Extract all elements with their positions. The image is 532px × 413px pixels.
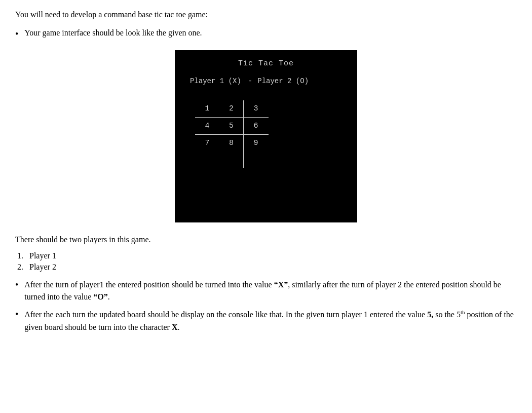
bullets-list: After the turn of player1 the entered po…	[15, 279, 517, 333]
cell-1: 1	[195, 100, 219, 117]
board-row-1: 1 2 3	[195, 100, 342, 117]
bullet-board-display: After the each turn the updated board sh…	[15, 308, 517, 333]
game-screenshot: Tic Tac Toe Player 1 (X) - Player 2 (O) …	[175, 50, 357, 222]
players-row: Player 1 (X) - Player 2 (O)	[190, 77, 342, 85]
player1-item: Player 1	[15, 251, 517, 260]
cell-bottom-mid	[219, 152, 244, 168]
interface-bullet-text: Your game interface should be look like …	[24, 28, 517, 37]
cell-3: 3	[244, 100, 268, 117]
board-row-2: 4 5 6	[195, 118, 342, 134]
player1-label: Player 1 (X)	[190, 77, 241, 85]
cell-bottom-right	[244, 152, 268, 168]
cell-bottom-left	[195, 152, 219, 168]
cell-2: 2	[219, 100, 244, 117]
cell-4: 4	[195, 118, 219, 134]
value-5: 5,	[427, 311, 433, 319]
th-superscript: th	[461, 309, 465, 315]
intro-paragraph: You will need to develop a command base …	[15, 10, 517, 19]
game-title: Tic Tac Toe	[190, 59, 342, 68]
board-container: 1 2 3 4 5 6 7 8 9	[195, 100, 342, 168]
game-screenshot-wrapper: Tic Tac Toe Player 1 (X) - Player 2 (O) …	[15, 50, 517, 222]
players-list: Player 1 Player 2	[15, 251, 517, 272]
two-players-text: There should be two players in this game…	[15, 235, 517, 244]
bullet-board-content: After the each turn the updated board sh…	[24, 308, 517, 333]
cell-8: 8	[219, 135, 244, 152]
first-bullet-list: Your game interface should be look like …	[15, 28, 517, 40]
board-row-3: 7 8 9	[195, 135, 342, 152]
bullet-x-o-content: After the turn of player1 the entered po…	[24, 279, 517, 303]
player2-item: Player 2	[15, 262, 517, 272]
cell-6: 6	[244, 118, 268, 134]
bullet-x-o: After the turn of player1 the entered po…	[15, 279, 517, 303]
interface-bullet: Your game interface should be look like …	[15, 28, 517, 40]
o-value: “O”	[93, 292, 107, 301]
player2-label: Player 2 (O)	[257, 77, 309, 85]
x-value: “X”	[274, 280, 288, 289]
cell-9: 9	[244, 135, 268, 152]
cell-5: 5	[219, 118, 244, 134]
x-char: X	[172, 323, 178, 331]
cell-7: 7	[195, 135, 219, 152]
dash-separator: -	[248, 77, 252, 85]
board-row-bottom	[195, 152, 342, 168]
